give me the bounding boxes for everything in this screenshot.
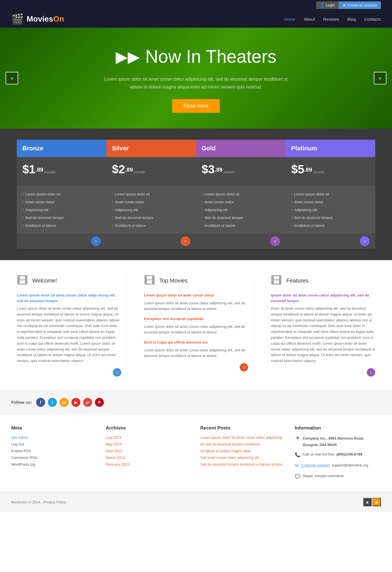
info-link-features[interactable]: Ipsum dolor sit amet conse ctetur adipis…: [271, 293, 375, 303]
create-account-button[interactable]: ⊕ Create an account: [339, 1, 381, 9]
location-icon: 📍: [295, 435, 300, 443]
footer-info-phone-row: 📞 Call us now toll free: (800)2345-6789: [295, 451, 381, 459]
footer-recent-list: Lorem ipsum dolor sit amet conse ctetur …: [200, 435, 286, 466]
footer-post-4[interactable]: Ssit amet conse ctetur adipiscing elit: [200, 456, 259, 460]
list-item: Adipisicing elit: [202, 206, 280, 214]
footer-support-link[interactable]: Customer support: [301, 463, 330, 467]
footer-post-1[interactable]: Lorem ipsum dolor sit amet conse ctetur …: [200, 435, 282, 440]
main-nav: Home About Reviews Blog Contacts: [284, 17, 381, 22]
prev-icon: «: [10, 75, 13, 81]
list-item: Lorem ipsum dolor sit: [202, 190, 280, 198]
price-bronze: $1.89 /month: [22, 163, 101, 176]
pricing-header-silver: Silver: [106, 140, 196, 157]
nav-home[interactable]: Home: [284, 17, 295, 22]
info-text-welcome: Lorem ipsum dolor sit amet conse ctetur …: [17, 306, 121, 364]
info-col-header-top-movies: 🎞 Top Movies: [144, 274, 248, 287]
info-arrow-btn-features[interactable]: ›: [367, 368, 375, 377]
footer-link-may[interactable]: May 2013: [106, 442, 122, 446]
info-text-features: Dolor sit amet conse ctetur adipisicing …: [271, 306, 375, 364]
facebook-button[interactable]: f: [36, 398, 45, 407]
pricing-features-bronze: Lorem ipsum dolor sit Amet conse ctetur …: [17, 186, 106, 234]
list-item: Sed do eiusmod tempor: [112, 214, 190, 221]
skype-icon: 💬: [295, 473, 300, 481]
list-item: July 2013: [106, 435, 192, 440]
footer-post-2[interactable]: Eli sed do eiusmod tempor incididunt: [200, 442, 260, 446]
list-item: Adipisicing elit: [112, 206, 190, 214]
list-item: Amet conse ctetur: [22, 198, 101, 206]
email-icon: ✉: [295, 462, 298, 470]
footer-link-february[interactable]: February 2013: [106, 462, 130, 466]
price-silver: $2.89 /month: [112, 163, 190, 176]
nav-contacts[interactable]: Contacts: [364, 17, 381, 22]
list-item: Adipisicing elit: [291, 206, 370, 214]
info-section: 🎞 Welcome! Lorem ipsum dolor sit amet co…: [0, 260, 392, 391]
footer-post-5[interactable]: Sed do eiusmod tempor incididunt ut labo…: [200, 462, 282, 466]
info-arrow-btn-welcome[interactable]: ›: [113, 368, 121, 377]
pricing-cta-gold[interactable]: ›: [270, 236, 280, 246]
top-bar: 👤 Login ⊕ Create an account: [0, 0, 392, 10]
pricing-cta-platinum[interactable]: ›: [360, 236, 370, 246]
info-arrow-btn-top-movies[interactable]: ›: [240, 363, 248, 372]
info-link3-top-movies[interactable]: Sunt in culpa qui officia deserunt mo: [144, 340, 248, 345]
youtube-button[interactable]: ▶: [71, 398, 80, 407]
user-icon: 👤: [320, 3, 325, 7]
info-col-header-welcome: 🎞 Welcome!: [17, 274, 121, 287]
phone-icon: 📞: [295, 451, 300, 459]
nav-reviews[interactable]: Reviews: [323, 17, 339, 22]
pricing-footer-platinum: ›: [286, 234, 375, 249]
price-platinum: $5.89 /month: [291, 163, 370, 176]
list-item: Ut labore et dolore magna aliqu: [200, 449, 286, 453]
scroll-top-dark-button[interactable]: ▲: [363, 498, 372, 506]
scroll-top-orange-button[interactable]: ▲: [372, 498, 381, 506]
footer-link-april[interactable]: April 2013: [106, 449, 122, 453]
footer-meta-list: Site Admin Log Out Entries RSS Comments …: [11, 435, 97, 466]
pinterest-button[interactable]: P: [95, 398, 104, 407]
hero-next-button[interactable]: »: [374, 72, 386, 85]
info-link-welcome[interactable]: Lorem ipsum dolor sit amet conse ctetur …: [17, 293, 121, 303]
info-title-welcome: Welcome!: [32, 277, 57, 284]
info-title-top-movies: Top Movies: [159, 277, 188, 284]
googleplus-button[interactable]: g+: [83, 398, 92, 407]
footer-info-address-row: 📍 Company Inc., 8901 Marmora Road, Glasg…: [295, 435, 381, 448]
privacy-policy-link[interactable]: Privacy Policy: [43, 500, 66, 504]
footer-link-entries-rss[interactable]: Entries RSS: [11, 449, 31, 453]
pricing-card-gold: Gold $3.89 /month Lorem ipsum dolor sit …: [196, 140, 286, 249]
pricing-header-bronze: Bronze: [17, 140, 106, 157]
twitter-button[interactable]: t: [48, 398, 57, 407]
pricing-cta-silver[interactable]: ›: [181, 236, 190, 246]
pricing-cta-bronze[interactable]: ›: [91, 236, 101, 246]
next-icon: »: [379, 75, 381, 81]
footer-link-july[interactable]: July 2013: [106, 435, 122, 440]
play-icon: ▶▶: [116, 48, 140, 66]
footer-col-archives: Archives July 2013 May 2013 April 2013 M…: [106, 425, 192, 484]
info-link2-top-movies[interactable]: Excepteur sint occaecat cupidatat!: [144, 316, 248, 322]
readmore-button[interactable]: Read more: [172, 99, 220, 113]
info-arrow-welcome: ›: [17, 368, 121, 377]
info-col-welcome: 🎞 Welcome! Lorem ipsum dolor sit amet co…: [11, 274, 127, 377]
list-item: Sed do eiusmod tempor: [202, 214, 280, 221]
social-icons: f t )))) ▶ g+ P: [36, 398, 104, 407]
nav-about[interactable]: About: [304, 17, 315, 22]
footer-post-3[interactable]: Ut labore et dolore magna aliqu: [200, 449, 251, 453]
footer-link-logout[interactable]: Log Out: [11, 442, 24, 446]
footer-copyright: MoviesOn © 2014 . Privacy Policy: [11, 500, 66, 504]
list-item: Sed do eiusmod tempor: [22, 214, 101, 221]
login-button[interactable]: 👤 Login: [316, 1, 339, 9]
pricing-section: Bronze $1.89 /month Lorem ipsum dolor si…: [0, 129, 392, 260]
list-item: Incididunt ut labore: [291, 221, 370, 229]
hero-text: Lorem ipsum dolor sit amet conse ctetur …: [98, 75, 294, 90]
scroll-top-buttons: ▲ ▲: [363, 498, 381, 506]
info-text3-top-movies: Lorem ipsum dolor sit amet conse ctetur …: [144, 347, 248, 359]
pricing-footer-silver: ›: [106, 234, 196, 249]
info-arrow-features: ›: [271, 368, 375, 377]
footer-link-wordpress[interactable]: WordPress.org: [11, 462, 35, 466]
footer-link-site-admin[interactable]: Site Admin: [11, 435, 29, 440]
info-link1-top-movies[interactable]: Lorem ipsum dolor sit amet conse ctetur: [144, 293, 248, 298]
hero-prev-button[interactable]: «: [6, 72, 18, 85]
footer-col-info: Information 📍 Company Inc., 8901 Marmora…: [295, 425, 381, 484]
nav-blog[interactable]: Blog: [347, 17, 356, 22]
list-item: Sed do eiusmod tempor incididunt ut labo…: [200, 462, 286, 466]
footer-link-march[interactable]: March 2013: [106, 456, 125, 460]
footer-link-comments-rss[interactable]: Comments RSS: [11, 456, 37, 460]
rss-button[interactable]: )))): [60, 398, 69, 407]
